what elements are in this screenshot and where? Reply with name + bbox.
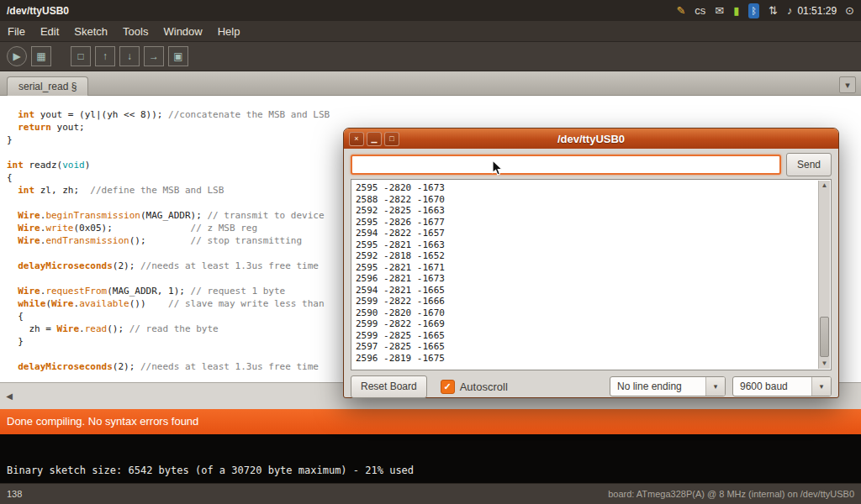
tray: ✎cs✉▮ᛒ⇅♪ [676,3,792,18]
menu-file[interactable]: File [0,21,33,42]
serial-monitor-title: /dev/ttyUSB0 [344,133,838,145]
mail-icon[interactable]: ✉ [715,3,724,18]
console-text: Binary sketch size: 6542 bytes (of a 307… [7,465,414,476]
scrollbar-thumb[interactable] [820,317,829,357]
network-icon[interactable]: ⇅ [769,3,778,18]
window-controls: × ▁ □ [349,132,399,146]
session-menu-icon[interactable]: ⊙ [845,4,854,17]
menu-tools[interactable]: Tools [115,21,156,42]
footer-status-strip: 138 board: ATmega328P(A) @ 8 MHz (intern… [0,483,861,504]
volume-icon[interactable]: ♪ [787,3,793,18]
keyboard-layout-indicator[interactable]: cs [695,3,705,18]
code-line: int yout = (yl|(yh << 8)); //concatenate… [7,108,861,121]
notes-icon[interactable]: ✎ [676,3,685,18]
top-panel: /dev/ttyUSB0 ✎cs✉▮ᛒ⇅♪ 01:51:29 ⊙ [0,0,861,21]
scroll-down-icon[interactable]: ▼ [819,359,830,369]
verify-button[interactable]: ▶ [7,46,27,66]
panel-window-title: /dev/ttyUSB0 [7,5,69,17]
baud-rate-value: 9600 baud [733,381,811,392]
reset-board-button[interactable]: Reset Board [351,375,427,398]
menu-edit[interactable]: Edit [33,21,66,42]
line-ending-select[interactable]: No line ending ▾ [610,376,726,396]
menu-help[interactable]: Help [210,21,248,42]
close-button[interactable]: × [349,132,364,146]
save-button[interactable]: ↓ [119,46,140,66]
line-ending-value: No line ending [610,381,705,392]
toolbar: ▶▦□↑↓→▣ [0,42,861,71]
tab-serial-read[interactable]: serial_read § [7,76,88,96]
autoscroll-checkbox[interactable]: ✓ [441,380,455,394]
serial-input[interactable] [351,155,781,175]
serial-monitor-window: /dev/ttyUSB0 × ▁ □ Send 2595 -2820 -1673… [343,128,839,398]
bluetooth-icon[interactable]: ᛒ [748,3,759,18]
hscroll-left-arrow-icon[interactable]: ◀ [3,389,16,402]
console-output[interactable]: Binary sketch size: 6542 bytes (of a 307… [0,434,861,483]
serial-input-row: Send [351,154,832,176]
menu-sketch[interactable]: Sketch [66,21,115,42]
board-info: board: ATmega328P(A) @ 8 MHz (internal) … [608,489,854,499]
open-button[interactable]: ↑ [95,46,115,66]
line-number-indicator: 138 [7,489,22,499]
new-sketch-button[interactable]: □ [71,46,91,66]
serial-monitor-titlebar[interactable]: /dev/ttyUSB0 × ▁ □ [344,129,838,149]
maximize-button[interactable]: □ [384,132,399,146]
baud-rate-select[interactable]: 9600 baud ▾ [732,376,832,396]
chevron-down-icon[interactable]: ▾ [705,377,725,396]
chevron-down-icon[interactable]: ▾ [811,377,831,396]
serial-output-scrollbar[interactable]: ▲ ▼ [818,181,830,369]
tab-bar: serial_read § ▾ [0,71,861,96]
autoscroll-label: Autoscroll [460,381,508,393]
compile-status-text: Done compiling. No syntax errors found [7,415,198,428]
serial-output[interactable]: 2595 -2820 -1673 2588 -2822 -1670 2592 -… [351,179,832,370]
stop-button[interactable]: ▦ [31,46,51,66]
compile-status-bar: Done compiling. No syntax errors found [0,409,861,434]
upload-button[interactable]: → [144,46,164,66]
send-button[interactable]: Send [786,153,832,176]
tab-menu-button[interactable]: ▾ [839,76,856,93]
serial-monitor-button[interactable]: ▣ [168,46,188,66]
scroll-up-icon[interactable]: ▲ [819,181,830,191]
menubar: FileEditSketchToolsWindowHelp [0,21,861,42]
serial-output-text: 2595 -2820 -1673 2588 -2822 -1670 2592 -… [351,180,831,366]
serial-monitor-controls: Reset Board ✓ Autoscroll No line ending … [351,375,832,397]
minimize-button[interactable]: ▁ [367,132,382,146]
clock[interactable]: 01:51:29 [797,5,837,17]
menu-window[interactable]: Window [156,21,209,42]
battery-icon[interactable]: ▮ [733,3,739,18]
